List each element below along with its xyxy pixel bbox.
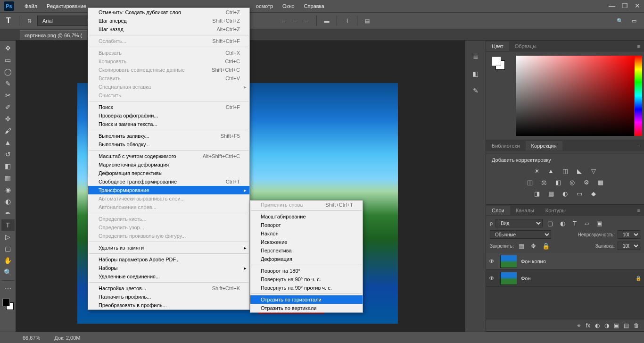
posterize-adj-icon[interactable]: ▤ — [546, 189, 556, 198]
gradient-tool[interactable]: ▦ — [1, 172, 15, 184]
layer-row[interactable]: 👁 Фон 🔒 — [486, 270, 644, 287]
menu-item[interactable]: Наборы — [88, 264, 249, 272]
edit-toolbar-button[interactable]: ⋯ — [1, 283, 15, 294]
menu-item[interactable]: Трансформирование — [88, 186, 249, 194]
filter-type-icon[interactable]: T — [570, 219, 579, 227]
layers-tab[interactable]: Слои — [486, 206, 510, 215]
filter-smart-icon[interactable]: ▣ — [594, 219, 604, 227]
color-field[interactable] — [516, 56, 634, 136]
menu-item[interactable]: Деформация — [250, 255, 363, 263]
hue-slider[interactable] — [635, 56, 642, 136]
character-panel-icon[interactable]: ▤ — [362, 16, 372, 26]
selective-color-adj-icon[interactable]: ◆ — [589, 189, 598, 198]
dodge-tool[interactable]: ◐ — [1, 196, 15, 207]
move-tool[interactable]: ✥ — [1, 42, 15, 54]
zoom-tool[interactable]: 🔍 — [1, 267, 15, 278]
layers-panel-menu-icon[interactable]: ≡ — [634, 208, 644, 213]
text-orientation-icon[interactable]: ⇅ — [24, 16, 34, 26]
bw-adj-icon[interactable]: ◧ — [553, 178, 563, 186]
menu-item[interactable]: Удаленные соединения... — [88, 272, 249, 281]
menu-item[interactable]: Шаг впередShift+Ctrl+Z — [88, 17, 249, 25]
path-select-tool[interactable]: ▷ — [1, 231, 15, 243]
quick-select-tool[interactable]: ✎ — [1, 78, 15, 89]
filter-image-icon[interactable]: ▢ — [545, 219, 555, 227]
warp-text-icon[interactable]: ⌇ — [342, 16, 352, 26]
filter-shape-icon[interactable]: ▱ — [582, 219, 592, 227]
color-balance-adj-icon[interactable]: ⚖ — [539, 178, 549, 186]
menu-item[interactable]: Поворот — [250, 221, 363, 229]
vibrance-adj-icon[interactable]: ▽ — [589, 167, 598, 175]
layer-name-label[interactable]: Фон копия — [521, 259, 546, 264]
delete-layer-icon[interactable]: 🗑 — [634, 322, 639, 329]
invert-adj-icon[interactable]: ◨ — [532, 189, 542, 198]
eraser-tool[interactable]: ◧ — [1, 160, 15, 172]
menu-item[interactable]: Повернуть на 90° по ч. с. — [250, 275, 363, 284]
menu-item[interactable]: Повернуть на 90° против ч. с. — [250, 284, 363, 292]
layer-mask-icon[interactable]: ◐ — [595, 322, 600, 329]
menu-item[interactable]: Свободное трансформированиеCtrl+T — [88, 177, 249, 186]
foreground-color-swatch[interactable] — [2, 299, 10, 306]
eyedropper-tool[interactable]: ✐ — [1, 101, 15, 113]
menu-item[interactable]: Наборы параметров Adobe PDF... — [88, 255, 249, 264]
menu-file[interactable]: Файл — [20, 1, 42, 11]
pen-tool[interactable]: ✒ — [1, 208, 15, 219]
blur-tool[interactable]: ◉ — [1, 184, 15, 195]
menu-item[interactable]: Настройка цветов...Shift+Ctrl+K — [88, 284, 249, 293]
text-color-swatch[interactable]: ▬ — [322, 16, 332, 26]
brushes-panel-icon[interactable]: ✎ — [470, 85, 481, 96]
brush-tool[interactable]: 🖌 — [1, 125, 15, 136]
visibility-icon[interactable]: 👁 — [489, 258, 496, 265]
type-tool[interactable]: T — [1, 219, 15, 231]
workspace-icon[interactable]: ▭ — [629, 16, 639, 26]
align-right-button[interactable]: ≡ — [301, 16, 312, 26]
menu-item[interactable]: Отразить по вертикали — [250, 304, 363, 312]
color-indicator-swatches[interactable] — [491, 56, 506, 71]
history-brush-tool[interactable]: ↺ — [1, 149, 15, 160]
lock-all-icon[interactable]: 🔒 — [541, 242, 551, 250]
history-panel-icon[interactable]: ≣ — [470, 51, 481, 62]
exposure-adj-icon[interactable]: ◣ — [575, 167, 584, 175]
minimize-button[interactable]: — — [609, 2, 615, 9]
menu-item[interactable]: Выполнить заливку...Shift+F5 — [88, 132, 249, 140]
healing-tool[interactable]: ✜ — [1, 113, 15, 125]
layer-name-label[interactable]: Фон — [521, 276, 531, 281]
new-layer-icon[interactable]: ▤ — [624, 322, 629, 329]
threshold-adj-icon[interactable]: ◐ — [561, 189, 570, 198]
menu-item[interactable]: Марионеточная деформация — [88, 160, 249, 169]
new-adjustment-icon[interactable]: ◑ — [604, 322, 609, 329]
current-tool-icon[interactable]: T — [3, 15, 14, 26]
swatches-tab[interactable]: Образцы — [509, 42, 542, 51]
menu-window[interactable]: Окно — [278, 1, 299, 11]
menu-item[interactable]: Удалить из памяти — [88, 243, 249, 252]
libraries-tab[interactable]: Библиотеки — [486, 141, 526, 151]
align-center-button[interactable]: ≡ — [290, 16, 300, 26]
close-button[interactable]: ✕ — [635, 2, 640, 9]
adjustments-tab[interactable]: Коррекция — [526, 141, 562, 151]
zoom-level[interactable]: 66,67% — [23, 335, 40, 341]
layer-filter-select[interactable]: Вид — [495, 219, 543, 227]
menu-edit[interactable]: Редактирование — [42, 1, 91, 11]
menu-view-cut[interactable]: осмотр — [251, 1, 278, 11]
menu-item[interactable]: Искажение — [250, 238, 363, 246]
menu-item[interactable]: Поиск и замена текста... — [88, 120, 249, 128]
menu-item[interactable]: Поворот на 180° — [250, 267, 363, 275]
rectangle-tool[interactable]: ▢ — [1, 243, 15, 254]
brightness-adj-icon[interactable]: ☀ — [532, 167, 542, 175]
maximize-button[interactable]: ❐ — [622, 2, 628, 9]
levels-adj-icon[interactable]: ▲ — [546, 167, 556, 175]
layer-thumbnail[interactable] — [500, 255, 517, 268]
libraries-panel-menu-icon[interactable]: ≡ — [634, 143, 644, 149]
stamp-tool[interactable]: ▲ — [1, 137, 15, 148]
visibility-icon[interactable]: 👁 — [489, 275, 496, 282]
opacity-select[interactable]: 100% — [618, 230, 640, 239]
blend-mode-select[interactable]: Обычные — [490, 230, 551, 239]
paths-tab[interactable]: Контуры — [540, 206, 571, 215]
hue-adj-icon[interactable]: ◫ — [525, 178, 535, 186]
align-left-button[interactable]: ≡ — [279, 16, 289, 26]
color-swatches[interactable] — [1, 298, 15, 311]
menu-item[interactable]: Перспектива — [250, 246, 363, 255]
color-lookup-adj-icon[interactable]: ▦ — [596, 178, 605, 186]
layer-row[interactable]: 👁 Фон копия — [486, 253, 644, 270]
menu-item[interactable]: Масштаб с учетом содержимогоAlt+Shift+Ct… — [88, 152, 249, 160]
document-info[interactable]: Док: 2,00M — [54, 335, 80, 341]
